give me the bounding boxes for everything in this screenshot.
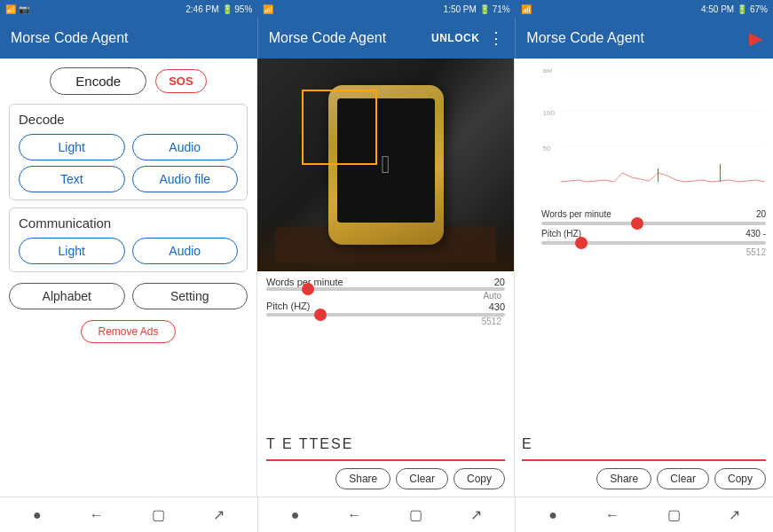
middle-decoded-area: T E TTESE Share Clear Copy — [257, 328, 514, 497]
nav-home-right[interactable]: ▢ — [667, 506, 681, 523]
app-title-left: Morse Code Agent — [11, 30, 247, 46]
pitch-right-row: Pitch (HZ) 430 - — [541, 229, 766, 239]
app-actions-right: ▶ — [749, 27, 762, 49]
focus-box — [302, 90, 377, 165]
right-clear-button[interactable]: Clear — [657, 468, 709, 489]
nav-dot-left[interactable]: ● — [33, 507, 42, 523]
app-actions-middle: UNLOCK ⋮ — [431, 28, 504, 48]
status-right-info: 2:46 PM 🔋 95% — [185, 4, 252, 14]
right-copy-button[interactable]: Copy — [714, 468, 766, 489]
pitch-right-value1: 430 - — [745, 229, 766, 239]
app-panel-right: Morse Code Agent ▶ — [516, 18, 773, 59]
nav-recent-mid[interactable]: ↗ — [470, 506, 482, 523]
encode-row: Encode SOS — [9, 67, 248, 95]
pitch-slider[interactable] — [266, 313, 505, 317]
status-right-right: 4:50 PM 🔋 67% — [701, 4, 768, 14]
right-divider — [522, 459, 766, 461]
app-bar: Morse Code Agent Morse Code Agent UNLOCK… — [0, 18, 773, 59]
battery-left: 🔋 95% — [222, 4, 253, 14]
status-right-left: 📶 — [521, 4, 532, 14]
comm-row1: Light Audio — [19, 238, 238, 264]
pitch-right-thumb[interactable] — [575, 237, 588, 249]
unlock-button[interactable]: UNLOCK — [431, 32, 479, 44]
camera-background:  — [257, 59, 514, 271]
wpm-right-slider[interactable] — [541, 222, 766, 225]
middle-divider — [266, 459, 505, 461]
sos-button[interactable]: SOS — [155, 69, 206, 93]
comm-audio-button[interactable]: Audio — [132, 238, 239, 264]
middle-panel:  Words per minute 20 Auto Pitch (HZ) 43… — [257, 59, 515, 497]
status-panel-left: 📶 📷 2:46 PM 🔋 95% — [0, 0, 257, 18]
middle-copy-button[interactable]: Copy — [454, 468, 505, 489]
pitch-label: Pitch (HZ) — [266, 301, 311, 311]
wpm-section: Words per minute 20 Auto Pitch (HZ) 430 … — [257, 271, 514, 328]
decode-audio-button[interactable]: Audio — [132, 134, 239, 160]
waveform-graph: aw 100 50 — [541, 62, 766, 204]
app-panel-left: Morse Code Agent — [0, 18, 258, 59]
decode-label: Decode — [19, 112, 238, 127]
middle-clear-button[interactable]: Clear — [396, 468, 448, 489]
nav-panel-right: ● ← ▢ ↗ — [516, 497, 773, 532]
right-decoded-area: E Share Clear Copy — [515, 271, 773, 497]
status-panel-middle: 📶 1:50 PM 🔋 71% — [257, 0, 515, 18]
pitch-right-max: 5512 — [541, 247, 766, 257]
nav-back-right[interactable]: ← — [605, 507, 619, 523]
nav-recent-right[interactable]: ↗ — [729, 506, 740, 523]
wpm-slider[interactable] — [266, 287, 505, 291]
encode-button[interactable]: Encode — [50, 67, 146, 95]
remove-ads-button[interactable]: Remove Ads — [81, 320, 175, 343]
record-icon[interactable]: ▶ — [749, 27, 762, 49]
communication-section: Communication Light Audio — [9, 207, 248, 272]
nav-home-mid[interactable]: ▢ — [409, 506, 422, 523]
graph-area: aw 100 50 Words per minute 20 — [515, 59, 773, 271]
nav-bar: ● ← ▢ ↗ ● ← ▢ ↗ ● ← ▢ ↗ — [0, 497, 773, 532]
nav-panel-middle: ● ← ▢ ↗ — [258, 497, 517, 532]
main-content: Encode SOS Decode Light Audio Text Audio… — [0, 59, 773, 497]
right-action-btns: Share Clear Copy — [522, 468, 766, 489]
camera-icon: 📷 — [19, 4, 29, 14]
right-decoded-text: E — [522, 436, 766, 452]
decode-section: Decode Light Audio Text Audio file — [9, 104, 248, 200]
camera-view:  — [257, 59, 514, 271]
decode-row2: Text Audio file — [19, 166, 238, 192]
nav-back-mid[interactable]: ← — [347, 507, 361, 523]
nav-home-left[interactable]: ▢ — [152, 506, 165, 523]
right-share-button[interactable]: Share — [596, 468, 651, 489]
time-right: 4:50 PM — [701, 4, 734, 14]
decode-audiofile-button[interactable]: Audio file — [132, 166, 239, 192]
battery-mid: 🔋 71% — [479, 4, 510, 14]
bt-mid-icon: 📶 — [263, 4, 273, 14]
nav-dot-mid[interactable]: ● — [291, 507, 300, 523]
middle-action-btns: Share Clear Copy — [266, 468, 505, 489]
nav-back-left[interactable]: ← — [90, 507, 104, 523]
wpm-right-label: Words per minute — [541, 209, 611, 219]
pitch-slider-thumb[interactable] — [314, 309, 327, 321]
pitch-right-slider[interactable] — [541, 241, 766, 245]
alphabet-button[interactable]: Alphabet — [9, 283, 125, 309]
comm-light-button[interactable]: Light — [19, 238, 125, 264]
nav-dot-right[interactable]: ● — [548, 507, 557, 523]
nav-panel-left: ● ← ▢ ↗ — [0, 497, 258, 532]
more-options-icon[interactable]: ⋮ — [488, 28, 504, 48]
pitch-row: Pitch (HZ) 430 — [266, 301, 505, 313]
decode-row1: Light Audio — [19, 134, 238, 160]
setting-button[interactable]: Setting — [132, 283, 248, 309]
app-title-right: Morse Code Agent — [526, 30, 749, 46]
bluetooth-icon: 📶 — [5, 4, 16, 14]
middle-decoded-text: T E TTESE — [266, 436, 505, 452]
pitch-right-label: Pitch (HZ) — [541, 229, 581, 239]
pitch-values: 5512 — [266, 317, 505, 326]
middle-share-button[interactable]: Share — [335, 468, 390, 489]
status-mid-right: 1:50 PM 🔋 71% — [444, 4, 510, 14]
wpm-right-thumb[interactable] — [631, 217, 643, 230]
nav-recent-left[interactable]: ↗ — [213, 506, 225, 523]
decode-light-button[interactable]: Light — [19, 134, 125, 160]
decode-text-button[interactable]: Text — [19, 166, 125, 192]
svg-text:100: 100 — [543, 109, 556, 117]
communication-label: Communication — [19, 215, 238, 231]
app-panel-middle: Morse Code Agent UNLOCK ⋮ — [258, 18, 517, 59]
wpm-right-value: 20 — [756, 209, 766, 219]
wpm-right-row: Words per minute 20 — [541, 209, 766, 219]
status-bar: 📶 📷 2:46 PM 🔋 95% 📶 1:50 PM 🔋 71% 📶 4:50… — [0, 0, 773, 18]
status-panel-right: 📶 4:50 PM 🔋 67% — [516, 0, 773, 18]
